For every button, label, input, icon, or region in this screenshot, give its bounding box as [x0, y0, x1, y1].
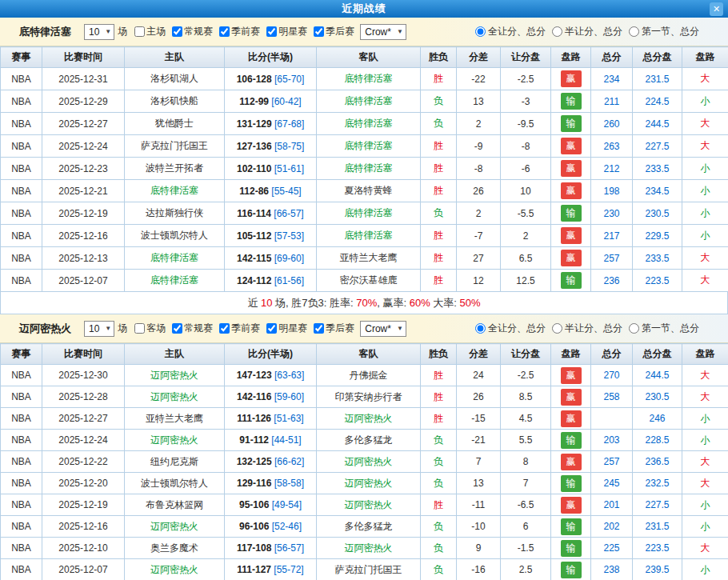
score-fulltime: 111-127 — [237, 564, 271, 575]
checkbox-input[interactable] — [219, 323, 230, 334]
checkbox-input[interactable] — [314, 26, 324, 37]
cell-handicap-result: 输 — [551, 90, 591, 113]
filter-checkbox[interactable]: 常规赛 — [168, 25, 213, 38]
radio-input[interactable] — [552, 323, 562, 334]
cell-home-team: 底特律活塞 — [125, 270, 225, 292]
games-count-select[interactable]: 10 ▼ — [84, 24, 114, 40]
cell-handicap-result: 赢 — [551, 494, 591, 516]
cell-away-team: 萨克拉门托国王 — [317, 559, 421, 580]
odds-type-radio[interactable]: 全让分、总分 — [475, 322, 546, 335]
cell-result: 胜 — [421, 180, 457, 202]
games-count-select[interactable]: 10 ▼ — [84, 321, 114, 337]
cell-date: 2025-12-10 — [42, 538, 125, 559]
cell-home-team: 洛杉矶快船 — [125, 90, 225, 113]
checkbox-input[interactable] — [172, 26, 182, 37]
cell-handicap-result: 赢 — [551, 135, 591, 158]
filter-checkbox[interactable]: 客场 — [130, 322, 166, 335]
table-row: NBA2025-12-19布鲁克林篮网95-106 [49-54]迈阿密热火胜-… — [1, 494, 728, 516]
cell-home-team: 纽约尼克斯 — [125, 451, 225, 473]
recent-results-panel: 近期战绩 ✕ 底特律活塞 10 ▼ 场 主场常规赛季前赛明星赛季后赛 Crow*… — [0, 0, 728, 580]
checkbox-input[interactable] — [266, 26, 277, 37]
filter-checkbox[interactable]: 季前赛 — [215, 322, 260, 335]
cell-league: NBA — [1, 68, 42, 90]
radio-input[interactable] — [629, 323, 639, 334]
handicap-result-badge: 赢 — [561, 410, 582, 427]
cell-over-under: 小 — [682, 202, 728, 225]
handicap-result-badge: 赢 — [561, 250, 582, 266]
cell-home-team: 达拉斯独行侠 — [125, 202, 225, 225]
cell-home-team: 迈阿密热火 — [125, 430, 225, 451]
column-header: 比分(半场) — [225, 47, 317, 68]
score-halftime: [51-61] — [274, 163, 304, 174]
table-row: NBA2025-12-31洛杉矶湖人106-128 [65-70]底特律活塞胜-… — [1, 68, 728, 90]
odds-type-radio[interactable]: 半让分、总分 — [552, 25, 622, 38]
cell-home-team: 底特律活塞 — [125, 247, 225, 270]
filter-checkbox[interactable]: 季后赛 — [310, 25, 354, 38]
cell-point-diff: -16 — [457, 559, 501, 580]
radio-input[interactable] — [475, 323, 486, 334]
cell-away-team: 底特律活塞 — [317, 225, 421, 247]
cell-over-under: 小 — [682, 559, 728, 580]
cell-point-diff: -15 — [457, 408, 501, 430]
checkbox-input[interactable] — [219, 26, 230, 37]
cell-total-line: 244.5 — [633, 365, 682, 386]
filter-checkbox[interactable]: 主场 — [130, 25, 166, 38]
team-name: 迈阿密热火 — [19, 322, 71, 336]
cell-away-team: 底特律活塞 — [317, 68, 421, 90]
handicap-result-badge: 赢 — [561, 454, 582, 470]
score-fulltime: 147-123 — [237, 370, 272, 381]
filter-checkbox[interactable]: 季后赛 — [310, 322, 354, 335]
radio-input[interactable] — [629, 26, 639, 37]
cell-handicap-result: 输 — [551, 473, 591, 494]
checkbox-input[interactable] — [134, 323, 145, 334]
cell-total-line: 236.5 — [633, 451, 682, 473]
cell-total-points: 203 — [591, 430, 633, 451]
close-icon[interactable]: ✕ — [710, 2, 723, 16]
games-suffix-label: 场 — [118, 25, 127, 38]
cell-total-line: 231.5 — [633, 68, 682, 90]
bookmaker-select[interactable]: Crow* ▼ — [360, 24, 406, 40]
checkbox-input[interactable] — [134, 26, 145, 37]
cell-score: 96-106 [52-46] — [225, 516, 317, 538]
odds-type-radio[interactable]: 全让分、总分 — [475, 25, 546, 38]
odds-type-radio[interactable]: 第一节、总分 — [629, 322, 699, 335]
cell-league: NBA — [1, 158, 42, 180]
cell-total-points: 212 — [591, 158, 633, 180]
handicap-result-badge: 输 — [561, 272, 582, 289]
results-tbody: NBA2025-12-30迈阿密热火147-123 [63-63]丹佛掘金胜24… — [1, 365, 728, 580]
radio-input[interactable] — [552, 26, 562, 37]
column-header: 盘路 — [551, 344, 591, 365]
column-header: 总分盘 — [633, 47, 682, 68]
score-fulltime: 112-86 — [239, 186, 269, 197]
filter-checkbox[interactable]: 明星赛 — [262, 25, 307, 38]
cell-total-points: 263 — [591, 135, 633, 158]
cell-point-diff: -10 — [457, 516, 501, 538]
cell-league: NBA — [1, 494, 42, 516]
bookmaker-select[interactable]: Crow* ▼ — [360, 321, 406, 337]
cell-result: 负 — [421, 451, 457, 473]
checkbox-input[interactable] — [172, 323, 182, 334]
cell-handicap: -3 — [501, 90, 551, 113]
odds-type-radio[interactable]: 第一节、总分 — [629, 25, 699, 38]
cell-score: 131-129 [67-68] — [225, 113, 317, 135]
cell-handicap: 2 — [501, 225, 551, 247]
table-header-row: 赛事比赛时间主队比分(半场)客队胜负分差让分盘盘路总分总分盘盘路 — [1, 47, 728, 68]
filter-checkbox[interactable]: 常规赛 — [168, 322, 213, 335]
score-fulltime: 105-112 — [237, 230, 271, 242]
checkbox-input[interactable] — [266, 323, 277, 334]
odds-type-radio[interactable]: 半让分、总分 — [552, 322, 622, 335]
cell-score: 127-136 [58-75] — [225, 135, 317, 158]
cell-home-team: 波士顿凯尔特人 — [125, 225, 225, 247]
filter-checkbox[interactable]: 季前赛 — [215, 25, 260, 38]
checkbox-input[interactable] — [314, 323, 324, 334]
cell-result: 负 — [421, 559, 457, 580]
cell-point-diff: 7 — [457, 451, 501, 473]
cell-date: 2025-12-24 — [42, 135, 125, 158]
cell-score: 129-116 [58-58] — [225, 473, 317, 494]
table-row: NBA2025-12-19达拉斯独行侠116-114 [66-57]底特律活塞负… — [1, 202, 728, 225]
filter-checkbox[interactable]: 明星赛 — [262, 322, 307, 335]
column-header: 分差 — [457, 47, 501, 68]
column-header: 盘路 — [682, 47, 728, 68]
radio-input[interactable] — [475, 26, 486, 37]
cell-date: 2025-12-19 — [42, 202, 125, 225]
